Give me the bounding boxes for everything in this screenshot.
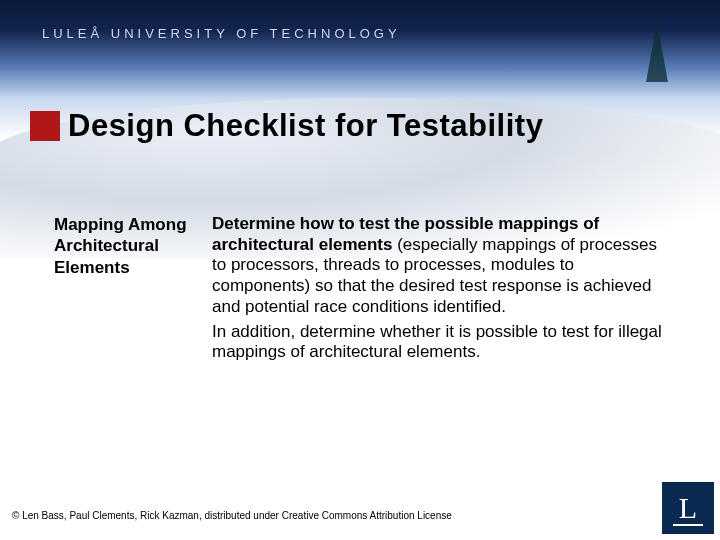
university-logo: L <box>662 482 714 534</box>
logo-underline <box>673 524 703 526</box>
description-p2: In addition, determine whether it is pos… <box>212 322 668 363</box>
slide-title: Design Checklist for Testability <box>68 108 543 144</box>
content-table: Mapping Among Architectural Elements Det… <box>54 214 668 367</box>
category-label: Mapping Among Architectural Elements <box>54 214 190 367</box>
description-p1: Determine how to test the possible mappi… <box>212 214 668 318</box>
title-bullet-icon <box>30 111 60 141</box>
copyright-footer: © Len Bass, Paul Clements, Rick Kazman, … <box>12 510 452 521</box>
logo-letter: L <box>679 491 697 525</box>
category-description: Determine how to test the possible mappi… <box>212 214 668 367</box>
university-name: LULEÅ UNIVERSITY OF TECHNOLOGY <box>42 26 401 41</box>
title-row: Design Checklist for Testability <box>30 108 543 144</box>
pine-tree-graphic <box>646 22 668 82</box>
